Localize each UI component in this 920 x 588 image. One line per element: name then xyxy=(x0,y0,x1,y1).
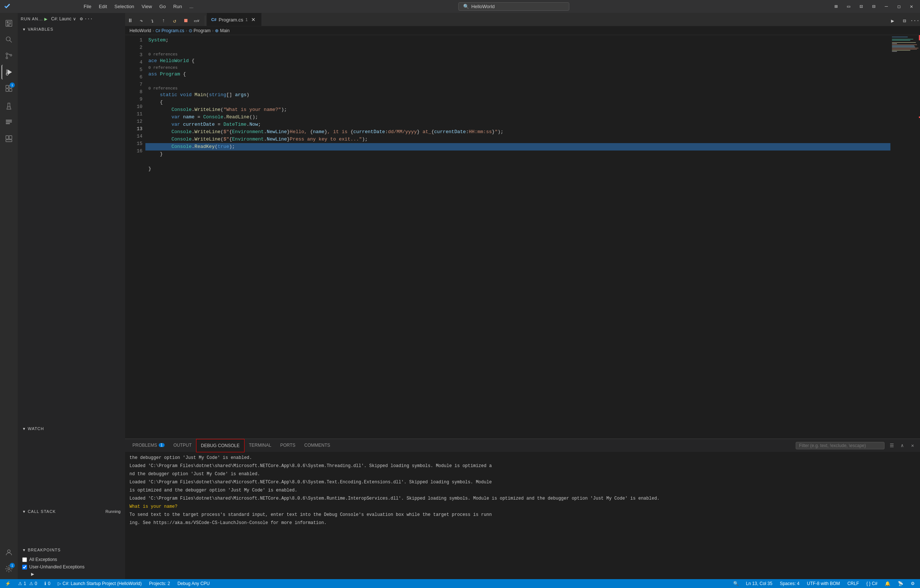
activity-accounts[interactable] xyxy=(2,545,16,560)
line-num-9: 9 xyxy=(128,96,143,103)
watch-header[interactable]: ▼ WATCH xyxy=(18,424,125,433)
breadcrumb-project[interactable]: HelloWorld xyxy=(130,28,151,33)
menu-selection[interactable]: Selection xyxy=(111,3,137,10)
panel-toggle-btn[interactable]: ▭ xyxy=(844,2,854,11)
activity-run-debug[interactable] xyxy=(2,65,16,79)
status-settings-status[interactable]: ⚙ xyxy=(909,579,917,588)
live-share-icon: 📡 xyxy=(898,581,903,586)
status-notifications[interactable]: 🔔 xyxy=(883,579,892,588)
panel-collapse-btn[interactable]: ∧ xyxy=(898,441,907,450)
restore-btn[interactable]: ◻ xyxy=(894,2,904,11)
stop-btn[interactable]: ⏹ xyxy=(180,16,191,26)
debug-config-text: Debug Any CPU xyxy=(178,581,210,586)
tab-program-cs[interactable]: C# Program.cs 1 ✕ xyxy=(207,13,262,26)
debug-more-icon[interactable]: ··· xyxy=(84,16,93,22)
status-indentation[interactable]: Spaces: 4 xyxy=(777,579,802,588)
breadcrumb-method[interactable]: ⊕ Main xyxy=(215,28,229,33)
menu-view[interactable]: View xyxy=(139,3,155,10)
callstack-header[interactable]: ▼ CALL STACK Running xyxy=(18,507,125,516)
activity-test[interactable] xyxy=(2,99,16,113)
status-errors[interactable]: ⚠ 1 ⚠ 0 xyxy=(16,579,39,588)
breadcrumb-class[interactable]: ⊙ Program xyxy=(189,28,211,33)
status-language[interactable]: { } C# xyxy=(864,579,880,588)
minimize-btn[interactable]: ─ xyxy=(881,2,891,11)
status-live-share[interactable]: 📡 xyxy=(896,579,905,588)
activity-explorer[interactable] xyxy=(2,16,16,31)
activity-extensions[interactable]: 1 xyxy=(2,81,16,96)
breadcrumb-file[interactable]: C# Program.cs xyxy=(155,28,184,33)
search-text: HelloWorld xyxy=(471,4,495,9)
expand-icon: ▶ xyxy=(31,572,34,577)
code-line-15 xyxy=(146,158,891,165)
activity-extra1[interactable] xyxy=(2,115,16,130)
minimap-line-12 xyxy=(892,49,917,50)
editor-more-btn[interactable]: ··· xyxy=(910,16,920,26)
activity-search[interactable] xyxy=(2,32,16,47)
line-num-15: 15 xyxy=(128,140,143,147)
line-num-11: 11 xyxy=(128,110,143,118)
status-debug-item[interactable]: ⚡ xyxy=(3,579,13,588)
svg-rect-1 xyxy=(7,21,9,23)
tab-close-btn[interactable]: ✕ xyxy=(250,16,257,23)
cs-file-icon: C# xyxy=(211,17,216,22)
search-bar[interactable]: 🔍 HelloWorld xyxy=(458,2,569,11)
close-btn[interactable]: ✕ xyxy=(907,2,916,11)
menu-file[interactable]: File xyxy=(81,3,94,10)
ports-label: PORTS xyxy=(280,443,295,448)
debug-more-options[interactable]: ▭∨ xyxy=(192,16,202,26)
tab-output[interactable]: OUTPUT xyxy=(169,439,196,452)
menu-more[interactable]: ... xyxy=(186,3,196,10)
run-play-button[interactable]: ▶ xyxy=(44,16,47,22)
minimap-line-1 xyxy=(892,37,908,37)
svg-rect-16 xyxy=(6,89,8,91)
breadcrumb: HelloWorld › C# Program.cs › ⊙ Program ›… xyxy=(125,26,920,35)
status-eol[interactable]: CRLF xyxy=(845,579,861,588)
console-line-3: nd the debugger option 'Just My Code' is… xyxy=(125,470,920,478)
run-code-btn[interactable]: ▶ xyxy=(888,16,898,26)
console-line-1: the debugger option 'Just My Code' is en… xyxy=(125,454,920,462)
tab-problems[interactable]: PROBLEMS 1 xyxy=(128,439,169,452)
step-over-btn[interactable]: ↷ xyxy=(136,16,146,26)
activity-source-control[interactable] xyxy=(2,49,16,63)
variables-header[interactable]: ▼ VARIABLES xyxy=(18,25,125,34)
tab-debug-console[interactable]: DEBUG CONSOLE xyxy=(196,439,245,452)
restart-btn[interactable]: ↺ xyxy=(169,16,180,26)
layout-options-btn[interactable]: ⊟ xyxy=(869,2,879,11)
status-launch-config[interactable]: ▷ C#: Launch Startup Project (HelloWorld… xyxy=(55,579,144,588)
code-area[interactable]: System; 0 references ace HelloWorld { 0 … xyxy=(146,35,891,439)
code-line-3: ace HelloWorld { xyxy=(146,57,891,65)
step-into-btn[interactable]: ↴ xyxy=(147,16,157,26)
split-editor-btn[interactable]: ⊟ xyxy=(899,16,910,26)
debug-settings-icon[interactable]: ⚙ xyxy=(80,16,83,22)
status-debug-config[interactable]: Debug Any CPU xyxy=(175,579,212,588)
continue-btn[interactable]: ⏸ xyxy=(125,16,135,26)
svg-rect-21 xyxy=(6,123,10,124)
all-exceptions-checkbox[interactable] xyxy=(22,557,27,562)
layout-toggle-btn[interactable]: ⊞ xyxy=(831,2,841,11)
status-encoding[interactable]: UTF-8 with BOM xyxy=(805,579,842,588)
activity-extra2[interactable] xyxy=(2,131,16,146)
tab-terminal[interactable]: TERMINAL xyxy=(245,439,276,452)
tab-comments[interactable]: COMMENTS xyxy=(300,439,335,452)
status-projects[interactable]: Projects: 2 xyxy=(147,579,172,588)
activity-settings[interactable]: 1 xyxy=(2,561,16,576)
status-cursor-pos[interactable]: Ln 13, Col 35 xyxy=(744,579,774,588)
status-info-count[interactable]: ℹ 0 xyxy=(42,579,52,588)
status-search-btn[interactable]: 🔍 xyxy=(731,579,741,588)
more-exceptions-btn[interactable]: ▶ xyxy=(22,571,121,578)
breakpoint-all-exceptions[interactable]: All Exceptions xyxy=(22,556,121,563)
run-config-dropdown[interactable]: C#: Launc ∨ xyxy=(49,15,78,23)
menu-go[interactable]: Go xyxy=(157,3,169,10)
step-out-btn[interactable]: ↑ xyxy=(158,16,169,26)
breakpoints-header[interactable]: ▼ BREAKPOINTS xyxy=(18,546,125,554)
code-line-10: var currentDate = DateTime.Now; xyxy=(146,121,891,128)
tab-ports[interactable]: PORTS xyxy=(275,439,300,452)
panel-list-view-btn[interactable]: ☰ xyxy=(888,441,896,450)
panel-close-btn[interactable]: ✕ xyxy=(908,441,917,450)
panel-filter-input[interactable] xyxy=(796,442,884,449)
sidebar-toggle-btn[interactable]: ⊡ xyxy=(856,2,866,11)
user-unhandled-checkbox[interactable] xyxy=(22,565,27,570)
menu-edit[interactable]: Edit xyxy=(96,3,110,10)
breakpoint-user-unhandled[interactable]: User-Unhandled Exceptions xyxy=(22,563,121,571)
menu-run[interactable]: Run xyxy=(170,3,185,10)
